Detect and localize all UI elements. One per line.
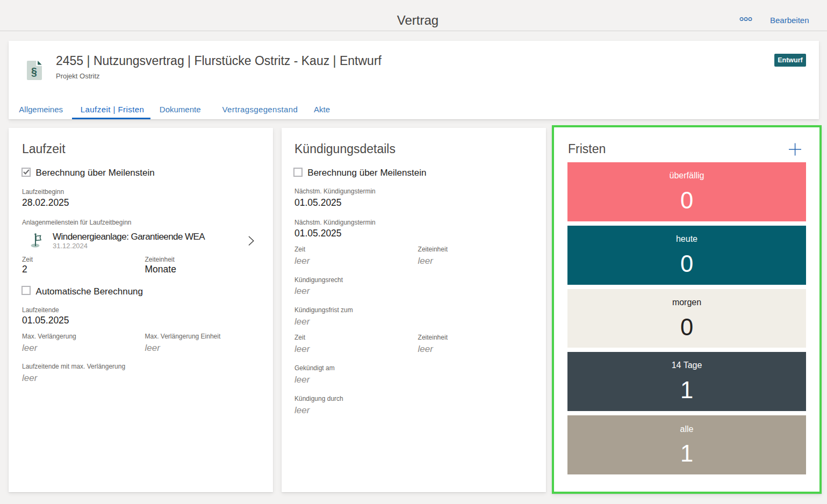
svg-text:§: § bbox=[31, 66, 37, 77]
